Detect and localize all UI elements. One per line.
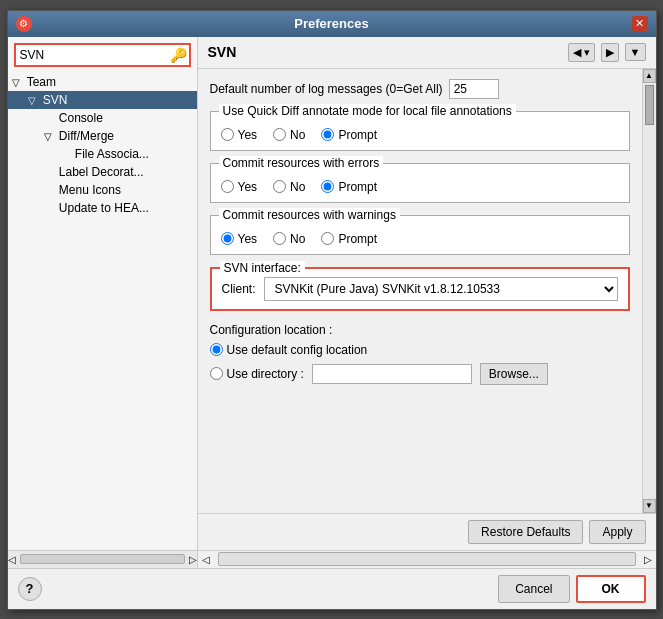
- help-button[interactable]: ?: [18, 577, 42, 601]
- left-panel: 🔑 ▽ Team ▽ SVN Console: [8, 37, 198, 568]
- client-row: Client: SVNKit (Pure Java) SVNKit v1.8.1…: [222, 277, 618, 301]
- quick-diff-no-radio[interactable]: [273, 128, 286, 141]
- right-panel: SVN ◀ ▾ ▶ ▼ Default number of log messag…: [198, 37, 656, 568]
- nav-dropdown-button[interactable]: ▼: [625, 43, 646, 61]
- tree-item-label: File Associa...: [75, 147, 149, 161]
- log-messages-section: Default number of log messages (0=Get Al…: [210, 79, 630, 99]
- search-box: 🔑: [14, 43, 191, 67]
- apply-button[interactable]: Apply: [589, 520, 645, 544]
- commit-warnings-prompt[interactable]: Prompt: [321, 232, 377, 246]
- config-location-label: Configuration location :: [210, 323, 630, 337]
- commit-warnings-section: Commit resources with warnings Yes No: [210, 215, 630, 255]
- config-directory-radio[interactable]: [210, 367, 223, 380]
- config-directory-label: Use directory :: [227, 367, 304, 381]
- tree-item-diffmerge[interactable]: ▽ Diff/Merge: [8, 127, 197, 145]
- scroll-down-arrow[interactable]: ▼: [643, 499, 656, 513]
- tree-item-label: Update to HEA...: [59, 201, 149, 215]
- tree-item-fileassoc[interactable]: File Associa...: [8, 145, 197, 163]
- commit-errors-no[interactable]: No: [273, 180, 305, 194]
- quick-diff-no-label: No: [290, 128, 305, 142]
- quick-diff-no[interactable]: No: [273, 128, 305, 142]
- nav-forward-button[interactable]: ▶: [601, 43, 619, 62]
- scroll-track: [643, 83, 656, 499]
- log-messages-label: Default number of log messages (0=Get Al…: [210, 82, 443, 96]
- commit-errors-yes-radio[interactable]: [221, 180, 234, 193]
- h-scroll-right-icon[interactable]: ▷: [644, 554, 652, 565]
- dialog-body: 🔑 ▽ Team ▽ SVN Console: [8, 37, 656, 568]
- config-default-label: Use default config location: [227, 343, 368, 357]
- client-select[interactable]: SVNKit (Pure Java) SVNKit v1.8.12.10533: [264, 277, 618, 301]
- dialog-title: Preferences: [32, 16, 632, 31]
- tree-item-label: SVN: [43, 93, 68, 107]
- commit-warnings-yes-label: Yes: [238, 232, 258, 246]
- commit-warnings-yes-radio[interactable]: [221, 232, 234, 245]
- config-directory-option[interactable]: Use directory :: [210, 367, 304, 381]
- config-directory-input[interactable]: [312, 364, 472, 384]
- commit-errors-prompt-label: Prompt: [338, 180, 377, 194]
- tree-item-console[interactable]: Console: [8, 109, 197, 127]
- scroll-right-icon[interactable]: ▷: [189, 554, 197, 565]
- nav-back-button[interactable]: ◀ ▾: [568, 43, 595, 62]
- svn-interface-label: SVN interface:: [220, 261, 305, 275]
- scroll-left-icon[interactable]: ◁: [8, 554, 16, 565]
- tree-item-label: Team: [27, 75, 56, 89]
- title-bar: ⚙ Preferences ✕: [8, 11, 656, 37]
- config-directory-row: Use directory : Browse...: [210, 363, 630, 385]
- log-messages-row: Default number of log messages (0=Get Al…: [210, 79, 630, 99]
- commit-errors-section: Commit resources with errors Yes No: [210, 163, 630, 203]
- config-default-radio[interactable]: [210, 343, 223, 356]
- scroll-up-arrow[interactable]: ▲: [643, 69, 656, 83]
- browse-button[interactable]: Browse...: [480, 363, 548, 385]
- tree-item-updatehead[interactable]: Update to HEA...: [8, 199, 197, 217]
- tree-item-labeldecor[interactable]: Label Decorat...: [8, 163, 197, 181]
- svn-interface-section: SVN interface: Client: SVNKit (Pure Java…: [210, 267, 630, 311]
- commit-errors-prompt[interactable]: Prompt: [321, 180, 377, 194]
- config-location-section: Configuration location : Use default con…: [210, 323, 630, 385]
- restore-defaults-button[interactable]: Restore Defaults: [468, 520, 583, 544]
- commit-errors-label: Commit resources with errors: [219, 156, 384, 170]
- expand-icon: ▽: [44, 131, 56, 142]
- expand-icon: ▽: [12, 77, 24, 88]
- tree-item-menuicons[interactable]: Menu Icons: [8, 181, 197, 199]
- tree-item-label: Diff/Merge: [59, 129, 114, 143]
- scroll-thumb[interactable]: [645, 85, 654, 125]
- quick-diff-prompt-radio[interactable]: [321, 128, 334, 141]
- ok-button[interactable]: OK: [576, 575, 646, 603]
- quick-diff-yes-radio[interactable]: [221, 128, 234, 141]
- commit-warnings-radio-group: Yes No Prompt: [221, 232, 619, 246]
- quick-diff-prompt[interactable]: Prompt: [321, 128, 377, 142]
- quick-diff-prompt-label: Prompt: [338, 128, 377, 142]
- cancel-button[interactable]: Cancel: [498, 575, 569, 603]
- bottom-h-scrollbar[interactable]: [218, 552, 636, 566]
- commit-errors-no-radio[interactable]: [273, 180, 286, 193]
- quick-diff-yes[interactable]: Yes: [221, 128, 258, 142]
- search-input[interactable]: [20, 48, 170, 62]
- close-button[interactable]: ✕: [632, 16, 648, 32]
- dialog-bottom: ? Cancel OK: [8, 568, 656, 609]
- left-h-scrollbar[interactable]: [20, 554, 185, 564]
- dialog-buttons: Cancel OK: [498, 575, 645, 603]
- h-scroll-left-icon[interactable]: ◁: [202, 554, 210, 565]
- preferences-dialog: ⚙ Preferences ✕ 🔑 ▽ Team ▽ SVN: [7, 10, 657, 610]
- tree-item-label: Menu Icons: [59, 183, 121, 197]
- tree-item-team[interactable]: ▽ Team: [8, 73, 197, 91]
- commit-warnings-prompt-radio[interactable]: [321, 232, 334, 245]
- log-messages-input[interactable]: [449, 79, 499, 99]
- tree-container: ▽ Team ▽ SVN Console ▽ Diff/Merge: [8, 73, 197, 550]
- commit-warnings-yes[interactable]: Yes: [221, 232, 258, 246]
- commit-errors-radio-group: Yes No Prompt: [221, 180, 619, 194]
- quick-diff-label: Use Quick Diff annotate mode for local f…: [219, 104, 516, 118]
- commit-errors-yes[interactable]: Yes: [221, 180, 258, 194]
- config-default-option[interactable]: Use default config location: [210, 343, 630, 357]
- commit-errors-yes-label: Yes: [238, 180, 258, 194]
- search-icon: 🔑: [170, 47, 187, 63]
- commit-errors-prompt-radio[interactable]: [321, 180, 334, 193]
- quick-diff-radio-group: Yes No Prompt: [221, 128, 619, 142]
- expand-icon: ▽: [28, 95, 40, 106]
- commit-warnings-no[interactable]: No: [273, 232, 305, 246]
- commit-warnings-no-radio[interactable]: [273, 232, 286, 245]
- tree-item-label: Label Decorat...: [59, 165, 144, 179]
- right-header: SVN ◀ ▾ ▶ ▼: [198, 37, 656, 69]
- tree-item-svn[interactable]: ▽ SVN: [8, 91, 197, 109]
- quick-diff-section: Use Quick Diff annotate mode for local f…: [210, 111, 630, 151]
